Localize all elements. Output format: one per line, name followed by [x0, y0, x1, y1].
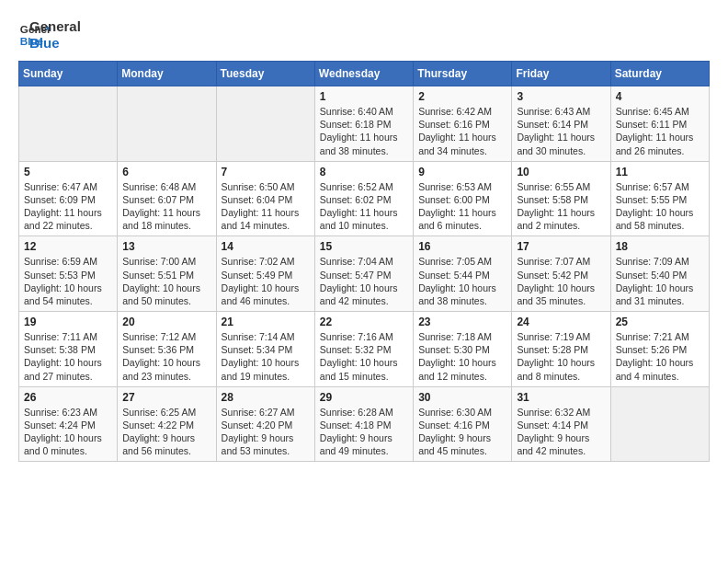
day-number: 23 [418, 316, 506, 328]
day-cell: 26Sunrise: 6:23 AM Sunset: 4:24 PM Dayli… [19, 386, 118, 462]
day-number: 13 [122, 240, 210, 253]
day-cell: 16Sunrise: 7:05 AM Sunset: 5:44 PM Dayli… [414, 236, 512, 312]
week-row-1: 1Sunrise: 6:40 AM Sunset: 6:18 PM Daylig… [19, 86, 710, 162]
day-number: 1 [320, 90, 408, 103]
col-header-wednesday: Wednesday [314, 62, 413, 86]
day-cell: 3Sunrise: 6:43 AM Sunset: 6:14 PM Daylig… [512, 86, 610, 162]
day-cell [216, 86, 314, 162]
day-cell: 21Sunrise: 7:14 AM Sunset: 5:34 PM Dayli… [216, 312, 314, 387]
day-number: 24 [517, 316, 605, 328]
day-cell: 25Sunrise: 7:21 AM Sunset: 5:26 PM Dayli… [610, 312, 709, 387]
day-number: 31 [517, 391, 605, 404]
day-info: Sunrise: 6:32 AM Sunset: 4:14 PM Dayligh… [517, 406, 605, 458]
day-cell [19, 86, 118, 162]
week-row-4: 19Sunrise: 7:11 AM Sunset: 5:38 PM Dayli… [19, 312, 710, 387]
day-cell: 11Sunrise: 6:57 AM Sunset: 5:55 PM Dayli… [610, 161, 709, 236]
day-info: Sunrise: 6:47 AM Sunset: 6:09 PM Dayligh… [24, 180, 112, 233]
day-number: 17 [517, 240, 605, 253]
day-info: Sunrise: 7:11 AM Sunset: 5:38 PM Dayligh… [24, 330, 112, 383]
day-number: 2 [418, 90, 506, 103]
day-number: 30 [418, 391, 506, 404]
logo-text-blue: Blue [29, 35, 81, 52]
day-cell: 5Sunrise: 6:47 AM Sunset: 6:09 PM Daylig… [19, 161, 118, 236]
day-number: 29 [320, 391, 408, 404]
col-header-friday: Friday [512, 62, 610, 86]
day-number: 9 [418, 166, 506, 178]
day-info: Sunrise: 6:59 AM Sunset: 5:53 PM Dayligh… [24, 255, 112, 307]
day-cell: 12Sunrise: 6:59 AM Sunset: 5:53 PM Dayli… [19, 236, 118, 312]
col-header-thursday: Thursday [414, 62, 512, 86]
day-number: 16 [418, 240, 506, 253]
day-number: 6 [122, 166, 210, 178]
day-info: Sunrise: 6:25 AM Sunset: 4:22 PM Dayligh… [122, 406, 210, 458]
day-cell: 28Sunrise: 6:27 AM Sunset: 4:20 PM Dayli… [216, 386, 314, 462]
day-cell: 20Sunrise: 7:12 AM Sunset: 5:36 PM Dayli… [118, 312, 216, 387]
day-number: 10 [517, 166, 605, 178]
day-number: 12 [24, 240, 112, 253]
day-info: Sunrise: 6:57 AM Sunset: 5:55 PM Dayligh… [616, 180, 704, 233]
col-header-sunday: Sunday [19, 62, 118, 86]
day-info: Sunrise: 7:18 AM Sunset: 5:30 PM Dayligh… [418, 330, 506, 383]
day-info: Sunrise: 6:48 AM Sunset: 6:07 PM Dayligh… [122, 180, 210, 233]
day-info: Sunrise: 7:16 AM Sunset: 5:32 PM Dayligh… [320, 330, 408, 383]
calendar-table: SundayMondayTuesdayWednesdayThursdayFrid… [18, 61, 710, 462]
day-cell: 6Sunrise: 6:48 AM Sunset: 6:07 PM Daylig… [118, 161, 216, 236]
day-cell: 1Sunrise: 6:40 AM Sunset: 6:18 PM Daylig… [314, 86, 413, 162]
day-cell: 27Sunrise: 6:25 AM Sunset: 4:22 PM Dayli… [118, 386, 216, 462]
day-cell: 22Sunrise: 7:16 AM Sunset: 5:32 PM Dayli… [314, 312, 413, 387]
day-info: Sunrise: 7:04 AM Sunset: 5:47 PM Dayligh… [320, 255, 408, 307]
day-number: 18 [616, 240, 704, 253]
day-cell: 9Sunrise: 6:53 AM Sunset: 6:00 PM Daylig… [414, 161, 512, 236]
day-cell: 10Sunrise: 6:55 AM Sunset: 5:58 PM Dayli… [512, 161, 610, 236]
day-info: Sunrise: 7:09 AM Sunset: 5:40 PM Dayligh… [616, 255, 704, 307]
day-info: Sunrise: 7:12 AM Sunset: 5:36 PM Dayligh… [122, 330, 210, 383]
week-row-3: 12Sunrise: 6:59 AM Sunset: 5:53 PM Dayli… [19, 236, 710, 312]
day-cell [118, 86, 216, 162]
day-info: Sunrise: 6:40 AM Sunset: 6:18 PM Dayligh… [320, 105, 408, 157]
day-cell: 24Sunrise: 7:19 AM Sunset: 5:28 PM Dayli… [512, 312, 610, 387]
day-number: 15 [320, 240, 408, 253]
day-cell: 4Sunrise: 6:45 AM Sunset: 6:11 PM Daylig… [610, 86, 709, 162]
col-header-tuesday: Tuesday [216, 62, 314, 86]
day-cell: 15Sunrise: 7:04 AM Sunset: 5:47 PM Dayli… [314, 236, 413, 312]
day-info: Sunrise: 7:07 AM Sunset: 5:42 PM Dayligh… [517, 255, 605, 307]
day-cell: 7Sunrise: 6:50 AM Sunset: 6:04 PM Daylig… [216, 161, 314, 236]
day-number: 8 [320, 166, 408, 178]
day-cell: 14Sunrise: 7:02 AM Sunset: 5:49 PM Dayli… [216, 236, 314, 312]
day-info: Sunrise: 6:45 AM Sunset: 6:11 PM Dayligh… [616, 105, 704, 157]
day-cell: 19Sunrise: 7:11 AM Sunset: 5:38 PM Dayli… [19, 312, 118, 387]
day-info: Sunrise: 6:52 AM Sunset: 6:02 PM Dayligh… [320, 180, 408, 233]
page-header: General Blue General Blue [18, 18, 710, 52]
day-cell: 31Sunrise: 6:32 AM Sunset: 4:14 PM Dayli… [512, 386, 610, 462]
week-row-5: 26Sunrise: 6:23 AM Sunset: 4:24 PM Dayli… [19, 386, 710, 462]
day-info: Sunrise: 6:27 AM Sunset: 4:20 PM Dayligh… [222, 406, 310, 458]
day-number: 19 [24, 316, 112, 328]
day-info: Sunrise: 7:21 AM Sunset: 5:26 PM Dayligh… [616, 330, 704, 383]
day-info: Sunrise: 6:23 AM Sunset: 4:24 PM Dayligh… [24, 406, 112, 458]
day-number: 7 [222, 166, 310, 178]
day-number: 3 [517, 90, 605, 103]
day-info: Sunrise: 6:50 AM Sunset: 6:04 PM Dayligh… [222, 180, 310, 233]
day-cell: 13Sunrise: 7:00 AM Sunset: 5:51 PM Dayli… [118, 236, 216, 312]
day-number: 4 [616, 90, 704, 103]
day-cell [610, 386, 709, 462]
day-number: 14 [222, 240, 310, 253]
day-info: Sunrise: 7:14 AM Sunset: 5:34 PM Dayligh… [222, 330, 310, 383]
day-number: 27 [122, 391, 210, 404]
day-number: 21 [222, 316, 310, 328]
day-info: Sunrise: 7:02 AM Sunset: 5:49 PM Dayligh… [222, 255, 310, 307]
day-info: Sunrise: 7:00 AM Sunset: 5:51 PM Dayligh… [122, 255, 210, 307]
day-number: 5 [24, 166, 112, 178]
day-cell: 18Sunrise: 7:09 AM Sunset: 5:40 PM Dayli… [610, 236, 709, 312]
day-cell: 23Sunrise: 7:18 AM Sunset: 5:30 PM Dayli… [414, 312, 512, 387]
logo: General Blue General Blue [18, 18, 81, 52]
day-info: Sunrise: 6:55 AM Sunset: 5:58 PM Dayligh… [517, 180, 605, 233]
day-number: 28 [222, 391, 310, 404]
day-info: Sunrise: 6:30 AM Sunset: 4:16 PM Dayligh… [418, 406, 506, 458]
day-info: Sunrise: 6:53 AM Sunset: 6:00 PM Dayligh… [418, 180, 506, 233]
day-info: Sunrise: 6:28 AM Sunset: 4:18 PM Dayligh… [320, 406, 408, 458]
day-info: Sunrise: 6:42 AM Sunset: 6:16 PM Dayligh… [418, 105, 506, 157]
day-cell: 30Sunrise: 6:30 AM Sunset: 4:16 PM Dayli… [414, 386, 512, 462]
day-info: Sunrise: 7:05 AM Sunset: 5:44 PM Dayligh… [418, 255, 506, 307]
day-number: 20 [122, 316, 210, 328]
